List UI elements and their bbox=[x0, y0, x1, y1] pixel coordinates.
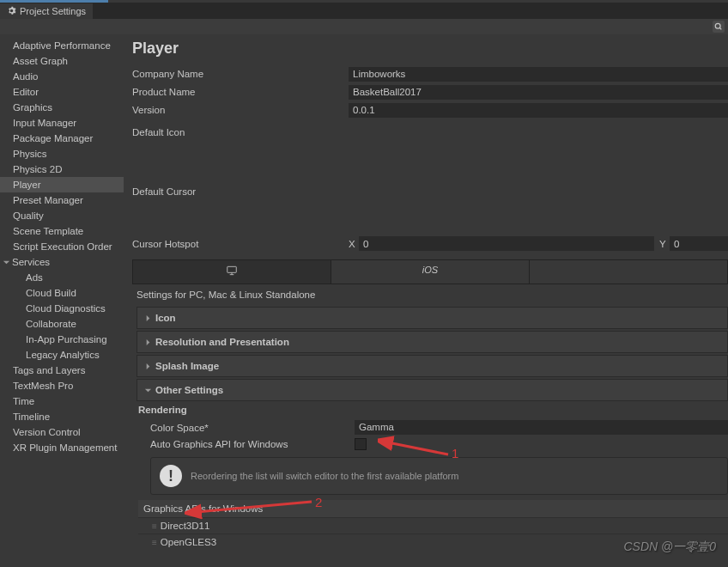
sidebar-item-cloud-diagnostics[interactable]: Cloud Diagnostics bbox=[0, 301, 124, 316]
sidebar-item-audio[interactable]: Audio bbox=[0, 69, 124, 84]
sidebar-item-timeline[interactable]: Timeline bbox=[0, 409, 124, 424]
drag-handle-icon[interactable]: ≡ bbox=[152, 521, 155, 531]
version-label: Version bbox=[132, 105, 349, 115]
sidebar-item-input-manager[interactable]: Input Manager bbox=[0, 115, 124, 131]
svg-line-1 bbox=[719, 27, 721, 29]
foldout-other-settings[interactable]: Other Settings bbox=[136, 379, 728, 401]
sidebar-item-ads[interactable]: Ads bbox=[0, 270, 124, 285]
watermark: CSDN @一零壹0 bbox=[623, 540, 716, 555]
color-space-label: Color Space* bbox=[150, 423, 355, 433]
sidebar-item-cloud-build[interactable]: Cloud Build bbox=[0, 285, 124, 301]
chevron-right-icon bbox=[144, 363, 152, 370]
platform-tab-standalone[interactable] bbox=[133, 260, 331, 284]
version-input[interactable] bbox=[349, 103, 728, 118]
monitor-icon bbox=[225, 265, 239, 277]
sidebar-item-script-execution-order[interactable]: Script Execution Order bbox=[0, 239, 124, 254]
sidebar-item-quality[interactable]: Quality bbox=[0, 208, 124, 223]
default-icon-label: Default Icon bbox=[132, 127, 349, 137]
sidebar-item-physics[interactable]: Physics bbox=[0, 146, 124, 162]
platform-tab-ios[interactable]: iOS bbox=[331, 260, 530, 284]
search-icon[interactable] bbox=[713, 21, 725, 33]
sidebar-item-tags-layers[interactable]: Tags and Layers bbox=[0, 363, 124, 378]
chevron-down-icon bbox=[144, 387, 152, 394]
api-list-header: Graphics APIs for Windows bbox=[138, 500, 728, 517]
sidebar-item-version-control[interactable]: Version Control bbox=[0, 424, 124, 440]
page-title: Player bbox=[132, 40, 728, 58]
sidebar-item-legacy-analytics[interactable]: Legacy Analytics bbox=[0, 347, 124, 363]
tab-title: Project Settings bbox=[20, 6, 86, 16]
hotspot-x-label: X bbox=[349, 239, 359, 249]
sidebar-item-package-manager[interactable]: Package Manager bbox=[0, 131, 124, 146]
drag-handle-icon[interactable]: ≡ bbox=[152, 538, 155, 547]
sidebar-item-time[interactable]: Time bbox=[0, 393, 124, 409]
svg-point-0 bbox=[715, 23, 720, 28]
hotspot-y-label: Y bbox=[659, 239, 670, 249]
sidebar-item-services[interactable]: Services bbox=[0, 254, 124, 270]
foldout-icon[interactable]: Icon bbox=[136, 307, 728, 329]
gear-icon bbox=[7, 6, 16, 15]
hotspot-x-input[interactable] bbox=[359, 236, 654, 251]
sidebar-item-scene-template[interactable]: Scene Template bbox=[0, 223, 124, 239]
cursor-hotspot-label: Cursor Hotspot bbox=[132, 239, 349, 249]
sidebar-item-collaborate[interactable]: Collaborate bbox=[0, 316, 124, 332]
hotspot-y-input[interactable] bbox=[670, 236, 728, 251]
platform-tabs: iOS bbox=[132, 259, 728, 284]
default-cursor-label: Default Cursor bbox=[132, 186, 349, 197]
sidebar-item-editor[interactable]: Editor bbox=[0, 84, 124, 100]
info-icon bbox=[160, 465, 182, 487]
auto-graphics-win-checkbox[interactable] bbox=[355, 438, 367, 450]
chevron-right-icon bbox=[144, 314, 152, 322]
product-name-input[interactable] bbox=[349, 85, 728, 100]
sidebar-item-preset-manager[interactable]: Preset Manager bbox=[0, 192, 124, 208]
sidebar-item-graphics[interactable]: Graphics bbox=[0, 100, 124, 115]
sidebar-item-player[interactable]: Player bbox=[0, 177, 124, 192]
company-name-input[interactable] bbox=[349, 67, 728, 82]
project-settings-tab[interactable]: Project Settings bbox=[0, 3, 93, 19]
sidebar-item-adaptive-performance[interactable]: Adaptive Performance bbox=[0, 38, 124, 53]
sidebar-item-physics-2d[interactable]: Physics 2D bbox=[0, 162, 124, 177]
chevron-right-icon bbox=[144, 338, 152, 346]
sidebar-item-textmesh-pro[interactable]: TextMesh Pro bbox=[0, 378, 124, 393]
sidebar-item-in-app-purchasing[interactable]: In-App Purchasing bbox=[0, 332, 124, 347]
tab-bar: Project Settings bbox=[0, 3, 728, 19]
sidebar-item-xr-plugin[interactable]: XR Plugin Management bbox=[0, 440, 124, 455]
rendering-title: Rendering bbox=[138, 405, 728, 415]
info-text: Reordering the list will switch editor t… bbox=[191, 471, 458, 481]
color-space-value[interactable]: Gamma bbox=[355, 420, 728, 435]
foldout-resolution[interactable]: Resolution and Presentation bbox=[136, 331, 728, 353]
sidebar-item-asset-graph[interactable]: Asset Graph bbox=[0, 53, 124, 69]
info-box: Reordering the list will switch editor t… bbox=[150, 457, 728, 495]
section-title: Settings for PC, Mac & Linux Standalone bbox=[136, 290, 728, 300]
foldout-splash[interactable]: Splash Image bbox=[136, 355, 728, 377]
product-name-label: Product Name bbox=[132, 87, 349, 97]
content-area: Player Company Name Product Name Version… bbox=[124, 34, 728, 567]
platform-tab-other[interactable] bbox=[530, 260, 727, 284]
expand-arrow-icon bbox=[3, 259, 10, 266]
svg-rect-2 bbox=[228, 266, 237, 272]
auto-graphics-win-label: Auto Graphics API for Windows bbox=[150, 439, 355, 449]
sidebar: Adaptive Performance Asset Graph Audio E… bbox=[0, 34, 124, 567]
search-bar bbox=[0, 19, 728, 34]
company-name-label: Company Name bbox=[132, 69, 349, 79]
api-item-d3d11[interactable]: ≡ Direct3D11 bbox=[138, 517, 728, 533]
